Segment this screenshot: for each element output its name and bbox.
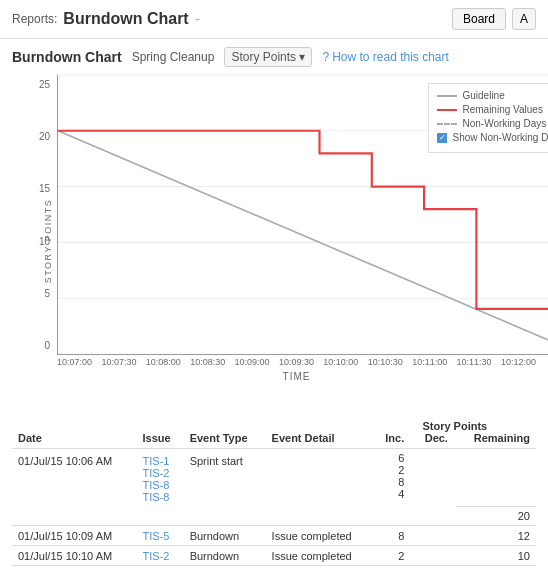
page-header: Reports: Burndown Chart - Board A [0, 0, 548, 39]
issue-link-tis1[interactable]: TIS-1 [143, 455, 170, 467]
nonworking-line-icon [437, 123, 457, 125]
r20-event [184, 506, 266, 525]
row2-inc: 8 [374, 525, 413, 545]
row1-date: 01/Jul/15 10:06 AM [12, 449, 137, 507]
r20-detail [266, 506, 374, 525]
subheader: Burndown Chart Spring Cleanup Story Poin… [0, 39, 548, 71]
guideline-label: Guideline [462, 90, 504, 101]
x-tick-0: 10:07:00 [57, 357, 92, 367]
remaining-line-icon [437, 109, 457, 111]
legend-guideline: Guideline [437, 90, 548, 101]
header-right: Board A [452, 8, 536, 30]
th-story-points-group: Story Points [374, 416, 536, 432]
x-tick-7: 10:10:30 [368, 357, 403, 367]
row3-date: 01/Jul/15 10:10 AM [12, 545, 137, 565]
row1-dec [412, 449, 456, 507]
table-header-top: Story Points [12, 416, 536, 432]
row2-dec [412, 525, 456, 545]
y-label-25: 25 [12, 79, 50, 90]
row3-event-detail: Issue completed [266, 545, 374, 565]
r20-remaining: 20 [456, 506, 536, 525]
y-label-20: 20 [12, 131, 50, 142]
row2-issue: TIS-5 [137, 525, 184, 545]
story-points-dropdown[interactable]: Story Points ▾ [224, 47, 312, 67]
table-header-sub: Date Issue Event Type Event Detail Inc. … [12, 432, 536, 449]
legend-remaining: Remaining Values [437, 104, 548, 115]
row2-remaining: 12 [456, 525, 536, 545]
burndown-table: Story Points Date Issue Event Type Event… [12, 416, 536, 568]
y-axis-title: STORY POINTS [43, 198, 53, 283]
row2-date: 01/Jul/15 10:09 AM [12, 525, 137, 545]
th-date [12, 416, 137, 432]
r20-issue [137, 506, 184, 525]
row3-dec [412, 545, 456, 565]
issue-link-tis2-r1[interactable]: TIS-2 [143, 467, 170, 479]
y-label-0: 0 [12, 340, 50, 351]
row1-inc: 6284 [374, 449, 413, 507]
help-link[interactable]: ? How to read this chart [322, 50, 448, 64]
row2-event-type: Burndown [184, 525, 266, 545]
row2-event-detail: Issue completed [266, 525, 374, 545]
r20-dec [412, 506, 456, 525]
chart-wrapper: 25 20 15 10 5 0 STORY POINTS [12, 75, 536, 406]
row3-event-type: Burndown [184, 545, 266, 565]
th-dec: Dec. [412, 432, 456, 449]
chart-container: Guideline Remaining Values Non-Working D… [57, 75, 548, 355]
x-tick-6: 10:10:00 [323, 357, 358, 367]
th-inc: Inc. [374, 432, 413, 449]
user-icon-button[interactable]: A [512, 8, 536, 30]
y-label-15: 15 [12, 183, 50, 194]
x-axis-ticks: 10:07:00 10:07:30 10:08:00 10:08:30 10:0… [57, 357, 536, 367]
th-date-label: Date [12, 432, 137, 449]
row3-inc: 2 [374, 545, 413, 565]
nonworking-label: Non-Working Days [462, 118, 546, 129]
x-tick-1: 10:07:30 [101, 357, 136, 367]
table-section: Story Points Date Issue Event Type Event… [0, 406, 548, 568]
th-event-type [184, 416, 266, 432]
show-nonworking-checkbox[interactable]: ✓ [437, 133, 447, 143]
row1-remaining [456, 449, 536, 507]
th-issue-label: Issue [137, 432, 184, 449]
show-nonworking-label: Show Non-Working Days [452, 132, 548, 143]
chart-title: Burndown Chart [12, 49, 122, 65]
r20-date [12, 506, 137, 525]
row1-issues: TIS-1 TIS-2 TIS-8 TIS-8 [137, 449, 184, 507]
table-body: 01/Jul/15 10:06 AM TIS-1 TIS-2 TIS-8 TIS… [12, 449, 536, 569]
issue-link-tis5[interactable]: TIS-5 [143, 530, 170, 542]
legend-nonworking: Non-Working Days [437, 118, 548, 129]
reports-label: Reports: [12, 12, 57, 26]
issue-link-tis2-r3[interactable]: TIS-2 [143, 550, 170, 562]
remaining-label: Remaining Values [462, 104, 542, 115]
th-remaining: Remaining [456, 432, 536, 449]
issue-link-tis8-r1[interactable]: TIS-8 [143, 479, 170, 491]
issue-link-tis8-r2[interactable]: TIS-8 [143, 491, 170, 503]
x-tick-2: 10:08:00 [146, 357, 181, 367]
row1-event-detail [266, 449, 374, 507]
table-row-burndown2: 01/Jul/15 10:10 AM TIS-2 Burndown Issue … [12, 545, 536, 565]
x-tick-5: 10:09:30 [279, 357, 314, 367]
help-icon: ? [322, 50, 329, 64]
guideline-line-icon [437, 95, 457, 97]
sprint-name: Spring Cleanup [132, 50, 215, 64]
header-left: Reports: Burndown Chart - [12, 10, 200, 28]
legend-show-nonworking[interactable]: ✓ Show Non-Working Days [437, 132, 548, 143]
board-button[interactable]: Board [452, 8, 506, 30]
y-label-5: 5 [12, 288, 50, 299]
table-row: 01/Jul/15 10:06 AM TIS-1 TIS-2 TIS-8 TIS… [12, 449, 536, 507]
th-issue [137, 416, 184, 432]
th-event-detail-label: Event Detail [266, 432, 374, 449]
x-tick-9: 10:11:30 [457, 357, 492, 367]
x-tick-10: 10:12:00 [501, 357, 536, 367]
row1-event-type: Sprint start [184, 449, 266, 507]
chart-area: 25 20 15 10 5 0 STORY POINTS [0, 71, 548, 406]
x-tick-8: 10:11:00 [412, 357, 447, 367]
x-axis-title: TIME [57, 371, 536, 382]
header-dash: - [195, 10, 200, 28]
row3-remaining: 10 [456, 545, 536, 565]
row3-issue: TIS-2 [137, 545, 184, 565]
x-tick-3: 10:08:30 [190, 357, 225, 367]
r20-inc [374, 506, 413, 525]
page-title: Burndown Chart [63, 10, 188, 28]
th-event-detail [266, 416, 374, 432]
x-tick-4: 10:09:00 [235, 357, 270, 367]
